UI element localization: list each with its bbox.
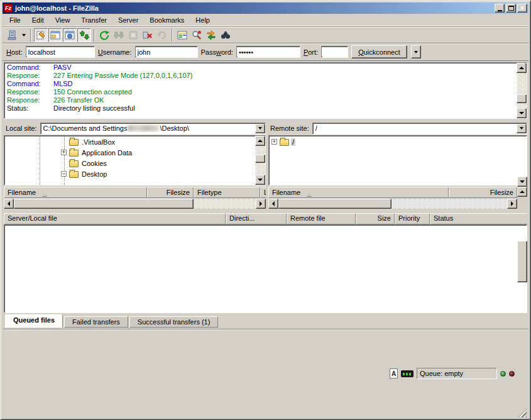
column-header-size[interactable]: Size <box>356 213 395 224</box>
window-minimize-button[interactable] <box>495 4 505 13</box>
port-input[interactable] <box>322 47 348 57</box>
local-site-dropdown-button[interactable] <box>255 124 265 133</box>
column-header-filename[interactable]: Filename <box>4 187 147 198</box>
menu-file[interactable]: File <box>4 15 26 25</box>
scroll-left-button[interactable] <box>268 199 278 209</box>
tree-expander-icon[interactable] <box>61 150 67 155</box>
host-label: Host: <box>6 48 23 56</box>
process-queue-button[interactable] <box>112 28 126 42</box>
tree-item[interactable]: Cookies <box>4 158 255 169</box>
site-manager-icon <box>7 30 17 40</box>
toggle-remote-tree-button[interactable] <box>63 28 77 42</box>
column-header-last-modified[interactable]: Last modified <box>260 187 266 198</box>
menu-view[interactable]: View <box>50 15 76 25</box>
window-close-button[interactable]: × <box>517 4 527 13</box>
scroll-left-button[interactable] <box>4 199 14 209</box>
username-input[interactable] <box>136 47 197 57</box>
log-line-type: Status: <box>4 104 53 113</box>
quickconnect-button[interactable]: Quickconnect <box>351 45 407 58</box>
remote-site-combobox[interactable]: / <box>312 123 527 135</box>
log-line-type: Command: <box>4 64 53 72</box>
synchronized-browsing-button[interactable] <box>204 28 218 42</box>
tab-queued-files[interactable]: Queued files <box>5 314 63 328</box>
directory-comparison-button[interactable] <box>175 28 189 42</box>
binoculars-icon <box>221 30 231 40</box>
scroll-right-button[interactable] <box>507 199 517 209</box>
toggle-queue-button[interactable] <box>77 28 91 42</box>
arrow-up-icon <box>519 64 524 69</box>
tree-expander-icon[interactable] <box>271 139 277 145</box>
tree-item[interactable]: Desktop <box>4 169 255 179</box>
speedlimit-indicator-icon[interactable] <box>401 370 413 377</box>
remote-site-dropdown-button[interactable] <box>517 124 527 133</box>
scrollbar-thumb[interactable] <box>278 199 391 209</box>
disconnect-button[interactable] <box>141 28 155 42</box>
find-files-button[interactable] <box>219 28 233 42</box>
menu-server[interactable]: Server <box>112 15 144 25</box>
column-header-remote-file[interactable]: Remote file <box>287 213 356 224</box>
column-header-direction[interactable]: Directi... <box>226 213 287 224</box>
scroll-down-button[interactable] <box>517 177 527 187</box>
tree-item[interactable]: .VirtualBox <box>4 136 255 147</box>
log-line-text: 226 Transfer OK <box>53 96 104 104</box>
scrollbar-thumb[interactable] <box>255 155 265 163</box>
quickconnect-bar: Host: Username: Password: Port: Quickcon… <box>3 43 528 61</box>
maximize-icon <box>508 6 514 11</box>
column-header-server-local-file[interactable]: Server/Local file <box>4 213 226 224</box>
host-input[interactable] <box>26 47 94 57</box>
local-list-header: Filename Filesize Filetype Last modified <box>4 187 266 198</box>
arrow-right-icon <box>511 201 516 206</box>
refresh-button[interactable] <box>97 28 111 42</box>
column-header-filename[interactable]: Filename <box>268 187 449 198</box>
tab-successful-transfers[interactable]: Successful transfers (1) <box>129 316 219 328</box>
local-tree-icon <box>50 30 60 40</box>
scroll-down-button[interactable] <box>517 108 527 118</box>
toggle-message-log-button[interactable] <box>34 28 48 42</box>
scrollbar-thumb[interactable] <box>517 94 527 103</box>
tree-item[interactable]: / <box>269 136 527 147</box>
remote-horizontal-scrollbar[interactable] <box>268 199 517 209</box>
site-manager-button[interactable] <box>5 28 19 42</box>
redacted-username <box>128 125 159 131</box>
tab-failed-transfers[interactable]: Failed transfers <box>64 316 128 328</box>
scroll-up-button[interactable] <box>517 63 527 73</box>
local-site-combobox[interactable]: C:\Documents and Settings\Desktop\ <box>40 123 266 135</box>
scroll-up-button[interactable] <box>517 187 527 197</box>
column-header-filesize[interactable]: Filesize <box>147 187 194 198</box>
titlebar: Fz john@localhost - FileZilla × <box>3 3 528 14</box>
tree-item[interactable]: Application Data <box>4 147 255 158</box>
scroll-right-button[interactable] <box>256 199 266 209</box>
scroll-up-button[interactable] <box>255 136 265 146</box>
menu-edit[interactable]: Edit <box>26 15 50 25</box>
quickconnect-dropdown[interactable] <box>411 45 421 58</box>
menubar: File Edit View Transfer Server Bookmarks… <box>3 14 528 26</box>
menu-help[interactable]: Help <box>190 15 216 25</box>
column-header-priority[interactable]: Priority <box>395 213 430 224</box>
log-line-text: PASV <box>53 64 72 72</box>
column-header-filetype[interactable]: Filetype <box>194 187 260 198</box>
log-line: Response: 150 Connection accepted <box>4 88 517 96</box>
scroll-down-button[interactable] <box>255 175 265 185</box>
log-scrollbar[interactable] <box>517 63 527 118</box>
column-header-status[interactable]: Status <box>430 213 527 224</box>
scrollbar-thumb[interactable] <box>517 241 527 282</box>
reconnect-button[interactable] <box>155 28 169 42</box>
queue-list[interactable] <box>4 224 527 314</box>
menu-bookmarks[interactable]: Bookmarks <box>144 15 190 25</box>
directory-comparison-icon <box>177 30 187 40</box>
minimize-icon <box>498 10 502 11</box>
toggle-local-tree-button[interactable] <box>48 28 62 42</box>
password-input[interactable] <box>237 47 300 57</box>
window-maximize-button[interactable] <box>506 4 516 13</box>
transfer-type-indicator-icon[interactable]: A <box>390 368 398 379</box>
local-horizontal-scrollbar[interactable] <box>4 199 266 209</box>
menu-transfer[interactable]: Transfer <box>75 15 112 25</box>
local-tree-scrollbar[interactable] <box>255 136 265 185</box>
resize-grip[interactable] <box>518 409 527 417</box>
tree-expander-icon[interactable] <box>61 171 67 177</box>
scrollbar-thumb[interactable] <box>14 199 194 209</box>
column-header-filesize[interactable]: Filesize <box>449 187 517 198</box>
filter-button[interactable] <box>190 28 204 42</box>
site-manager-dropdown[interactable] <box>19 28 28 42</box>
cancel-button[interactable] <box>126 28 140 42</box>
